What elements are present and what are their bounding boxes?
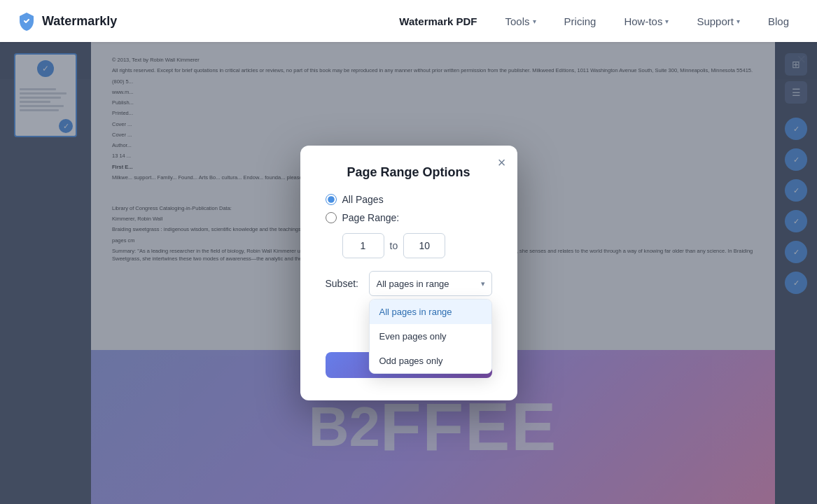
range-from-input[interactable] [342, 233, 384, 258]
radio-all-pages-label: All Pages [342, 194, 384, 205]
radio-page-range[interactable]: Page Range: [326, 212, 492, 223]
navbar: Watermarkly Watermark PDF Tools ▾ Pricin… [0, 0, 817, 42]
radio-page-range-label: Page Range: [342, 212, 400, 223]
dropdown-item-all[interactable]: All pages in range [370, 300, 491, 324]
radio-group: All Pages Page Range: to [326, 194, 492, 258]
subset-dropdown-list: All pages in range Even pages only Odd p… [369, 299, 492, 374]
subset-row: Subset: All pages in range Even pages on… [326, 271, 492, 296]
radio-all-pages[interactable]: All Pages [326, 194, 492, 205]
nav-links: Watermark PDF Tools ▾ Pricing How-tos ▾ … [388, 10, 800, 33]
radio-all-pages-input[interactable] [326, 194, 337, 205]
nav-tools[interactable]: Tools ▾ [494, 10, 547, 33]
subset-select-wrapper: All pages in range Even pages only Odd p… [369, 271, 492, 296]
nav-support[interactable]: Support ▾ [685, 10, 751, 33]
tools-chevron-icon: ▾ [533, 18, 536, 25]
range-row: to [342, 233, 492, 258]
support-chevron-icon: ▾ [736, 18, 740, 25]
nav-pricing[interactable]: Pricing [553, 10, 608, 33]
modal-title: Page Range Options [326, 165, 492, 180]
shield-icon [17, 11, 36, 31]
nav-watermark-pdf[interactable]: Watermark PDF [388, 10, 488, 33]
modal-backdrop: Page Range Options × All Pages Page Rang… [0, 42, 817, 504]
brand-logo-area[interactable]: Watermarkly [17, 11, 117, 31]
modal-close-button[interactable]: × [498, 155, 506, 169]
brand-name: Watermarkly [42, 14, 117, 29]
dropdown-item-even[interactable]: Even pages only [370, 324, 491, 349]
main-area: Preview & Adjust × ✓ ✓ ⊞ ☰ ✓ ✓ ✓ ✓ ✓ ✓ [0, 42, 817, 504]
nav-howtos[interactable]: How-tos ▾ [613, 10, 680, 33]
dropdown-item-odd[interactable]: Odd pages only [370, 349, 491, 373]
range-to-label: to [390, 240, 398, 251]
range-to-input[interactable] [403, 233, 445, 258]
radio-page-range-input[interactable] [326, 212, 337, 223]
howtos-chevron-icon: ▾ [665, 18, 669, 25]
subset-select[interactable]: All pages in range Even pages only Odd p… [369, 271, 492, 296]
subset-label: Subset: [326, 278, 361, 289]
nav-blog[interactable]: Blog [757, 10, 800, 33]
page-range-modal: Page Range Options × All Pages Page Rang… [300, 146, 517, 400]
